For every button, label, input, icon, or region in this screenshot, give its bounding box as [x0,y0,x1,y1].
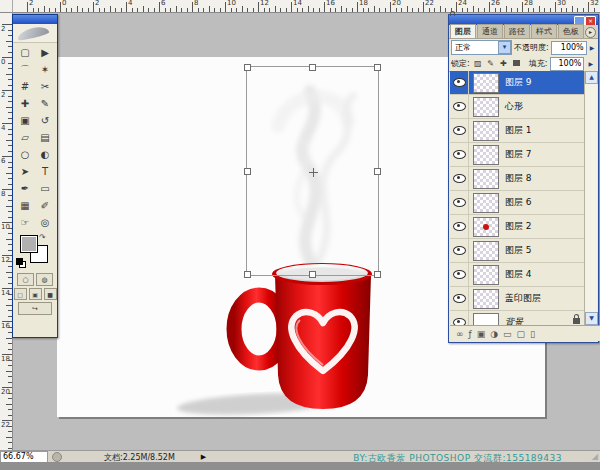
visibility-toggle[interactable] [450,143,469,166]
transform-handle-top-right[interactable] [374,64,381,71]
quick-mask-mode-button[interactable]: ◍ [36,273,53,286]
delete-layer-button[interactable]: ▯ [530,327,535,341]
zoom-tool[interactable]: ◎ [35,214,55,231]
fullscreen-button[interactable]: ■ [44,288,57,300]
layer-thumbnail[interactable] [473,121,499,141]
layer-row-6[interactable]: 图层 6 [450,191,584,215]
visibility-toggle[interactable] [450,191,469,214]
slice-tool[interactable]: ✂ [35,78,55,95]
visibility-toggle[interactable] [450,311,469,325]
visibility-toggle[interactable] [450,263,469,286]
crop-tool[interactable]: # [15,78,35,95]
transform-handle-mid-left[interactable] [244,168,251,175]
tab-样式[interactable]: 样式 [531,24,557,38]
layers-scrollbar[interactable]: ▲ ▼ [584,71,597,325]
lock-position-icon[interactable]: ✚ [499,59,509,68]
transform-handle-top-center[interactable] [309,64,316,71]
history-brush-tool[interactable]: ↺ [35,112,55,129]
eyedropper-tool[interactable]: ✐ [35,197,55,214]
gradient-tool[interactable]: ▤ [35,129,55,146]
layer-thumbnail[interactable] [473,313,499,326]
layer-row-8[interactable]: 图层 5 [450,239,584,263]
fill-input[interactable]: 100% [550,57,584,71]
fullscreen-menubar-button[interactable]: ▣ [29,288,42,300]
dodge-tool[interactable]: ◐ [35,146,55,163]
transform-handle-mid-right[interactable] [374,168,381,175]
default-colors-icon[interactable] [16,258,25,267]
new-layer-button[interactable]: ▢ [517,327,526,341]
move-tool[interactable]: ▶ [35,44,55,61]
pen-tool[interactable]: ✒ [15,180,35,197]
layer-thumbnail[interactable] [473,193,499,213]
chevron-down-icon[interactable]: ▾ [498,41,511,54]
visibility-toggle[interactable] [450,119,469,142]
opacity-input[interactable]: 100% [551,41,587,55]
layer-group-button[interactable]: ▭ [503,327,512,341]
visibility-toggle[interactable] [450,95,469,118]
opacity-spinner-icon[interactable]: ▶ [590,44,595,51]
layer-thumbnail[interactable] [473,217,499,237]
resize-grip-icon[interactable]: ◢ [592,452,598,461]
layer-thumbnail[interactable] [473,97,499,117]
lock-pixels-icon[interactable]: ✎ [486,59,496,68]
notes-tool[interactable]: ▦ [15,197,35,214]
transform-handle-bottom-right[interactable] [374,271,381,278]
jump-to-imageready-button[interactable]: ↪ [18,302,52,315]
layer-thumbnail[interactable] [473,145,499,165]
shape-tool[interactable]: ▭ [35,180,55,197]
scroll-down-button[interactable]: ▼ [585,312,598,325]
tab-色板[interactable]: 色板 [558,24,584,38]
visibility-toggle[interactable] [450,287,469,310]
fill-spinner-icon[interactable]: ▶ [588,60,593,67]
transform-handle-top-left[interactable] [244,64,251,71]
panel-menu-button[interactable]: ▸ [585,27,596,38]
tab-路径[interactable]: 路径 [504,24,530,38]
layer-thumbnail[interactable] [473,289,499,309]
lasso-tool[interactable]: ⌒ [15,61,35,78]
status-options-arrow[interactable]: ▶ [201,453,206,461]
blend-mode-select[interactable]: 正常 ▾ [451,40,512,55]
swap-colors-icon[interactable]: ↷ [39,233,46,242]
adjustment-layer-button[interactable]: ◑ [490,327,498,341]
layer-row-11[interactable]: 背景 [450,311,584,325]
layer-mask-button[interactable]: ▣ [477,327,486,341]
lock-transparency-icon[interactable]: ▨ [473,59,483,68]
layer-row-10[interactable]: 盖印图层 [450,287,584,311]
standard-mode-button[interactable]: ○ [17,273,34,286]
visibility-toggle[interactable] [450,215,469,238]
layer-row-5[interactable]: 图层 8 [450,167,584,191]
tab-通道[interactable]: 通道 [477,24,503,38]
type-tool[interactable]: T [35,163,55,180]
horizontal-ruler[interactable]: 202468101214161820222426283032 [0,0,600,13]
layer-thumbnail[interactable] [473,73,499,93]
visibility-toggle[interactable] [450,167,469,190]
tools-palette-titlebar[interactable] [13,15,57,24]
rectangular-marquee-tool[interactable]: ▢ [15,44,35,61]
tab-图层[interactable]: 图层 [450,24,476,38]
hand-tool[interactable]: ☞ [15,214,35,231]
visibility-toggle[interactable] [450,239,469,262]
path-selection-tool[interactable]: ➤ [15,163,35,180]
link-layers-button[interactable]: ∞ [456,327,464,341]
layer-row-3[interactable]: 图层 1 [450,119,584,143]
visibility-toggle[interactable] [450,71,469,94]
lock-all-icon[interactable] [512,59,522,68]
layer-thumbnail[interactable] [473,169,499,189]
clone-stamp-tool[interactable]: ▣ [15,112,35,129]
transform-handle-bottom-left[interactable] [244,271,251,278]
healing-brush-tool[interactable]: ✚ [15,95,35,112]
transform-bounding-box[interactable] [246,66,379,276]
layer-row-4[interactable]: 图层 7 [450,143,584,167]
layer-style-button[interactable]: ƒ [469,327,472,341]
layer-thumbnail[interactable] [473,241,499,261]
magic-wand-tool[interactable]: ✶ [35,61,55,78]
eraser-tool[interactable]: ▱ [15,129,35,146]
standard-screen-button[interactable]: ▢ [14,288,27,300]
transform-reference-point[interactable] [309,168,318,177]
blur-tool[interactable]: ○ [15,146,35,163]
scroll-up-button[interactable]: ▲ [585,71,598,84]
layer-row-9[interactable]: 图层 4 [450,263,584,287]
foreground-color-swatch[interactable] [20,235,38,253]
brush-tool[interactable]: ✎ [35,95,55,112]
transform-handle-bottom-center[interactable] [309,271,316,278]
